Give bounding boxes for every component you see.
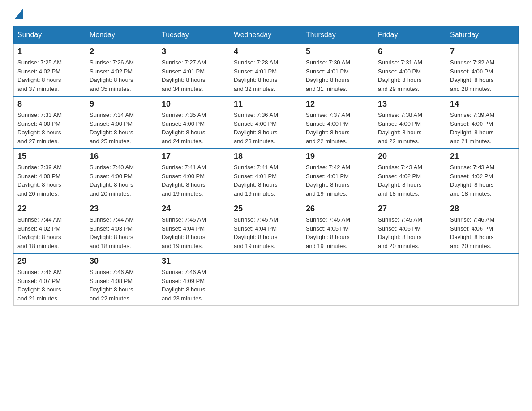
day-number: 21 xyxy=(450,152,515,161)
day-number: 1 xyxy=(17,47,82,56)
day-number: 12 xyxy=(306,99,370,109)
day-number: 7 xyxy=(450,47,515,56)
day-info: Sunrise: 7:46 AMSunset: 4:06 PMDaylight:… xyxy=(450,215,515,250)
day-info: Sunrise: 7:30 AMSunset: 4:01 PMDaylight:… xyxy=(306,58,370,93)
header-tuesday: Tuesday xyxy=(158,26,230,44)
calendar-cell: 13 Sunrise: 7:38 AMSunset: 4:00 PMDaylig… xyxy=(374,96,446,149)
header-monday: Monday xyxy=(86,26,158,44)
header-wednesday: Wednesday xyxy=(230,26,302,44)
day-number: 18 xyxy=(234,152,298,161)
calendar-cell: 9 Sunrise: 7:34 AMSunset: 4:00 PMDayligh… xyxy=(86,96,158,149)
day-info: Sunrise: 7:33 AMSunset: 4:00 PMDaylight:… xyxy=(17,111,82,146)
day-info: Sunrise: 7:25 AMSunset: 4:02 PMDaylight:… xyxy=(17,58,82,93)
day-number: 19 xyxy=(306,152,370,161)
calendar-cell: 25 Sunrise: 7:45 AMSunset: 4:04 PMDaylig… xyxy=(230,201,302,253)
calendar-cell: 11 Sunrise: 7:36 AMSunset: 4:00 PMDaylig… xyxy=(230,96,302,149)
calendar-cell: 18 Sunrise: 7:41 AMSunset: 4:01 PMDaylig… xyxy=(230,149,302,201)
day-info: Sunrise: 7:39 AMSunset: 4:00 PMDaylight:… xyxy=(17,163,82,198)
logo-triangle-icon xyxy=(15,9,23,19)
day-info: Sunrise: 7:43 AMSunset: 4:02 PMDaylight:… xyxy=(378,163,442,198)
day-info: Sunrise: 7:43 AMSunset: 4:02 PMDaylight:… xyxy=(450,163,515,198)
day-number: 24 xyxy=(162,204,226,214)
day-info: Sunrise: 7:46 AMSunset: 4:09 PMDaylight:… xyxy=(162,268,226,303)
week-row-3: 15 Sunrise: 7:39 AMSunset: 4:00 PMDaylig… xyxy=(14,149,519,201)
day-info: Sunrise: 7:26 AMSunset: 4:02 PMDaylight:… xyxy=(90,58,154,93)
week-row-1: 1 Sunrise: 7:25 AMSunset: 4:02 PMDayligh… xyxy=(14,44,519,96)
day-info: Sunrise: 7:46 AMSunset: 4:07 PMDaylight:… xyxy=(17,268,82,303)
day-info: Sunrise: 7:45 AMSunset: 4:05 PMDaylight:… xyxy=(306,215,370,250)
day-number: 26 xyxy=(306,204,370,214)
day-number: 29 xyxy=(17,257,82,266)
day-number: 22 xyxy=(17,204,82,214)
calendar-cell: 23 Sunrise: 7:44 AMSunset: 4:03 PMDaylig… xyxy=(86,201,158,253)
day-number: 2 xyxy=(90,47,154,56)
calendar-cell: 17 Sunrise: 7:41 AMSunset: 4:00 PMDaylig… xyxy=(158,149,230,201)
calendar-header-row: SundayMondayTuesdayWednesdayThursdayFrid… xyxy=(14,26,519,44)
day-info: Sunrise: 7:38 AMSunset: 4:00 PMDaylight:… xyxy=(378,111,442,146)
calendar-cell: 30 Sunrise: 7:46 AMSunset: 4:08 PMDaylig… xyxy=(86,253,158,306)
calendar-cell: 29 Sunrise: 7:46 AMSunset: 4:07 PMDaylig… xyxy=(14,253,86,306)
day-number: 28 xyxy=(450,204,515,214)
day-number: 8 xyxy=(17,99,82,109)
day-number: 30 xyxy=(90,257,154,266)
day-info: Sunrise: 7:35 AMSunset: 4:00 PMDaylight:… xyxy=(162,111,226,146)
calendar-cell: 26 Sunrise: 7:45 AMSunset: 4:05 PMDaylig… xyxy=(302,201,374,253)
day-number: 25 xyxy=(234,204,298,214)
day-info: Sunrise: 7:37 AMSunset: 4:00 PMDaylight:… xyxy=(306,111,370,146)
calendar-cell: 7 Sunrise: 7:32 AMSunset: 4:00 PMDayligh… xyxy=(446,44,519,96)
day-info: Sunrise: 7:46 AMSunset: 4:08 PMDaylight:… xyxy=(90,268,154,303)
day-info: Sunrise: 7:31 AMSunset: 4:00 PMDaylight:… xyxy=(378,58,442,93)
day-number: 31 xyxy=(162,257,226,266)
header-friday: Friday xyxy=(374,26,446,44)
calendar-cell: 5 Sunrise: 7:30 AMSunset: 4:01 PMDayligh… xyxy=(302,44,374,96)
calendar-cell: 15 Sunrise: 7:39 AMSunset: 4:00 PMDaylig… xyxy=(14,149,86,201)
day-number: 11 xyxy=(234,99,298,109)
page-header xyxy=(13,9,519,17)
calendar-cell: 14 Sunrise: 7:39 AMSunset: 4:00 PMDaylig… xyxy=(446,96,519,149)
day-info: Sunrise: 7:28 AMSunset: 4:01 PMDaylight:… xyxy=(234,58,298,93)
calendar-cell: 1 Sunrise: 7:25 AMSunset: 4:02 PMDayligh… xyxy=(14,44,86,96)
header-saturday: Saturday xyxy=(446,26,519,44)
day-number: 15 xyxy=(17,152,82,161)
calendar-cell: 3 Sunrise: 7:27 AMSunset: 4:01 PMDayligh… xyxy=(158,44,230,96)
week-row-5: 29 Sunrise: 7:46 AMSunset: 4:07 PMDaylig… xyxy=(14,253,519,306)
calendar-cell: 31 Sunrise: 7:46 AMSunset: 4:09 PMDaylig… xyxy=(158,253,230,306)
calendar-cell: 6 Sunrise: 7:31 AMSunset: 4:00 PMDayligh… xyxy=(374,44,446,96)
calendar-cell: 12 Sunrise: 7:37 AMSunset: 4:00 PMDaylig… xyxy=(302,96,374,149)
day-info: Sunrise: 7:41 AMSunset: 4:01 PMDaylight:… xyxy=(234,163,298,198)
day-number: 6 xyxy=(378,47,442,56)
day-number: 4 xyxy=(234,47,298,56)
calendar-cell xyxy=(446,253,519,306)
week-row-4: 22 Sunrise: 7:44 AMSunset: 4:02 PMDaylig… xyxy=(14,201,519,253)
calendar-cell xyxy=(374,253,446,306)
day-info: Sunrise: 7:45 AMSunset: 4:06 PMDaylight:… xyxy=(378,215,442,250)
calendar-cell: 21 Sunrise: 7:43 AMSunset: 4:02 PMDaylig… xyxy=(446,149,519,201)
header-thursday: Thursday xyxy=(302,26,374,44)
day-number: 20 xyxy=(378,152,442,161)
calendar-cell xyxy=(302,253,374,306)
week-row-2: 8 Sunrise: 7:33 AMSunset: 4:00 PMDayligh… xyxy=(14,96,519,149)
day-number: 17 xyxy=(162,152,226,161)
day-info: Sunrise: 7:32 AMSunset: 4:00 PMDaylight:… xyxy=(450,58,515,93)
calendar-cell: 28 Sunrise: 7:46 AMSunset: 4:06 PMDaylig… xyxy=(446,201,519,253)
calendar-cell: 8 Sunrise: 7:33 AMSunset: 4:00 PMDayligh… xyxy=(14,96,86,149)
day-info: Sunrise: 7:27 AMSunset: 4:01 PMDaylight:… xyxy=(162,58,226,93)
day-number: 16 xyxy=(90,152,154,161)
calendar-cell: 27 Sunrise: 7:45 AMSunset: 4:06 PMDaylig… xyxy=(374,201,446,253)
day-number: 27 xyxy=(378,204,442,214)
day-number: 5 xyxy=(306,47,370,56)
calendar-cell: 4 Sunrise: 7:28 AMSunset: 4:01 PMDayligh… xyxy=(230,44,302,96)
calendar-cell: 2 Sunrise: 7:26 AMSunset: 4:02 PMDayligh… xyxy=(86,44,158,96)
day-number: 23 xyxy=(90,204,154,214)
calendar-cell: 20 Sunrise: 7:43 AMSunset: 4:02 PMDaylig… xyxy=(374,149,446,201)
day-info: Sunrise: 7:42 AMSunset: 4:01 PMDaylight:… xyxy=(306,163,370,198)
day-info: Sunrise: 7:34 AMSunset: 4:00 PMDaylight:… xyxy=(90,111,154,146)
day-number: 9 xyxy=(90,99,154,109)
day-info: Sunrise: 7:45 AMSunset: 4:04 PMDaylight:… xyxy=(162,215,226,250)
day-info: Sunrise: 7:44 AMSunset: 4:02 PMDaylight:… xyxy=(17,215,82,250)
day-info: Sunrise: 7:44 AMSunset: 4:03 PMDaylight:… xyxy=(90,215,154,250)
header-sunday: Sunday xyxy=(14,26,86,44)
day-number: 10 xyxy=(162,99,226,109)
day-number: 14 xyxy=(450,99,515,109)
calendar-cell: 22 Sunrise: 7:44 AMSunset: 4:02 PMDaylig… xyxy=(14,201,86,253)
